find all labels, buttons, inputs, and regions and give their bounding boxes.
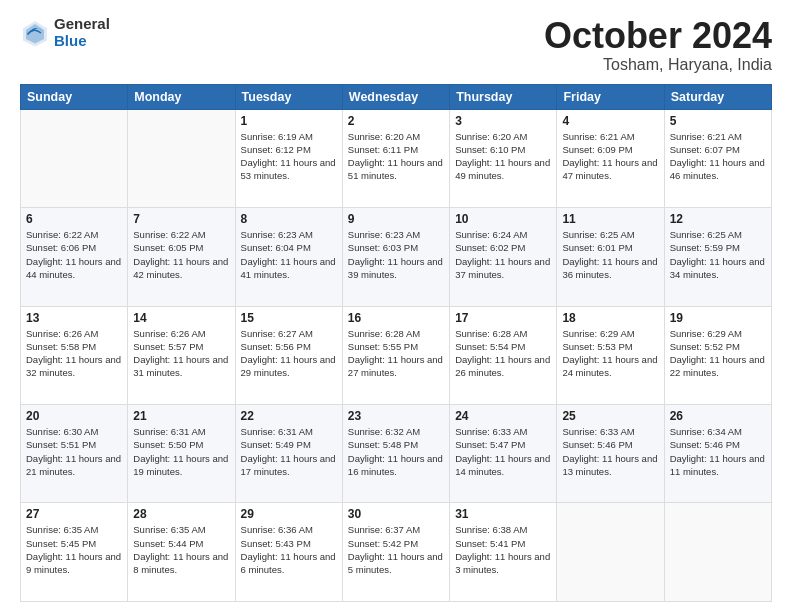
title-block: October 2024 Tosham, Haryana, India <box>544 16 772 74</box>
calendar-cell <box>21 109 128 207</box>
day-info: Sunrise: 6:25 AM Sunset: 6:01 PM Dayligh… <box>562 228 658 281</box>
day-number: 8 <box>241 212 337 226</box>
calendar-cell: 24Sunrise: 6:33 AM Sunset: 5:47 PM Dayli… <box>450 405 557 503</box>
calendar-cell: 4Sunrise: 6:21 AM Sunset: 6:09 PM Daylig… <box>557 109 664 207</box>
title-month: October 2024 <box>544 16 772 56</box>
calendar-cell: 15Sunrise: 6:27 AM Sunset: 5:56 PM Dayli… <box>235 306 342 404</box>
day-info: Sunrise: 6:36 AM Sunset: 5:43 PM Dayligh… <box>241 523 337 576</box>
day-info: Sunrise: 6:30 AM Sunset: 5:51 PM Dayligh… <box>26 425 122 478</box>
week-row-3: 13Sunrise: 6:26 AM Sunset: 5:58 PM Dayli… <box>21 306 772 404</box>
calendar-cell: 19Sunrise: 6:29 AM Sunset: 5:52 PM Dayli… <box>664 306 771 404</box>
col-saturday: Saturday <box>664 84 771 109</box>
col-monday: Monday <box>128 84 235 109</box>
calendar-cell <box>128 109 235 207</box>
calendar-cell: 23Sunrise: 6:32 AM Sunset: 5:48 PM Dayli… <box>342 405 449 503</box>
col-thursday: Thursday <box>450 84 557 109</box>
day-info: Sunrise: 6:25 AM Sunset: 5:59 PM Dayligh… <box>670 228 766 281</box>
day-info: Sunrise: 6:24 AM Sunset: 6:02 PM Dayligh… <box>455 228 551 281</box>
day-number: 4 <box>562 114 658 128</box>
day-info: Sunrise: 6:23 AM Sunset: 6:04 PM Dayligh… <box>241 228 337 281</box>
day-info: Sunrise: 6:31 AM Sunset: 5:50 PM Dayligh… <box>133 425 229 478</box>
day-info: Sunrise: 6:29 AM Sunset: 5:53 PM Dayligh… <box>562 327 658 380</box>
day-number: 14 <box>133 311 229 325</box>
day-number: 2 <box>348 114 444 128</box>
day-info: Sunrise: 6:23 AM Sunset: 6:03 PM Dayligh… <box>348 228 444 281</box>
day-number: 12 <box>670 212 766 226</box>
day-info: Sunrise: 6:28 AM Sunset: 5:54 PM Dayligh… <box>455 327 551 380</box>
day-info: Sunrise: 6:22 AM Sunset: 6:05 PM Dayligh… <box>133 228 229 281</box>
day-info: Sunrise: 6:20 AM Sunset: 6:10 PM Dayligh… <box>455 130 551 183</box>
calendar-cell: 8Sunrise: 6:23 AM Sunset: 6:04 PM Daylig… <box>235 208 342 306</box>
col-wednesday: Wednesday <box>342 84 449 109</box>
day-number: 11 <box>562 212 658 226</box>
page: General Blue October 2024 Tosham, Haryan… <box>0 0 792 612</box>
day-info: Sunrise: 6:28 AM Sunset: 5:55 PM Dayligh… <box>348 327 444 380</box>
day-number: 24 <box>455 409 551 423</box>
day-number: 19 <box>670 311 766 325</box>
week-row-1: 1Sunrise: 6:19 AM Sunset: 6:12 PM Daylig… <box>21 109 772 207</box>
week-row-5: 27Sunrise: 6:35 AM Sunset: 5:45 PM Dayli… <box>21 503 772 602</box>
calendar-cell: 17Sunrise: 6:28 AM Sunset: 5:54 PM Dayli… <box>450 306 557 404</box>
calendar-cell: 27Sunrise: 6:35 AM Sunset: 5:45 PM Dayli… <box>21 503 128 602</box>
calendar-cell: 31Sunrise: 6:38 AM Sunset: 5:41 PM Dayli… <box>450 503 557 602</box>
col-sunday: Sunday <box>21 84 128 109</box>
day-number: 9 <box>348 212 444 226</box>
day-number: 1 <box>241 114 337 128</box>
calendar-cell: 14Sunrise: 6:26 AM Sunset: 5:57 PM Dayli… <box>128 306 235 404</box>
day-info: Sunrise: 6:32 AM Sunset: 5:48 PM Dayligh… <box>348 425 444 478</box>
day-info: Sunrise: 6:26 AM Sunset: 5:58 PM Dayligh… <box>26 327 122 380</box>
day-number: 10 <box>455 212 551 226</box>
day-number: 20 <box>26 409 122 423</box>
calendar-cell: 30Sunrise: 6:37 AM Sunset: 5:42 PM Dayli… <box>342 503 449 602</box>
day-info: Sunrise: 6:19 AM Sunset: 6:12 PM Dayligh… <box>241 130 337 183</box>
day-number: 16 <box>348 311 444 325</box>
calendar-cell: 20Sunrise: 6:30 AM Sunset: 5:51 PM Dayli… <box>21 405 128 503</box>
calendar-cell: 21Sunrise: 6:31 AM Sunset: 5:50 PM Dayli… <box>128 405 235 503</box>
calendar-cell: 7Sunrise: 6:22 AM Sunset: 6:05 PM Daylig… <box>128 208 235 306</box>
calendar-cell: 28Sunrise: 6:35 AM Sunset: 5:44 PM Dayli… <box>128 503 235 602</box>
day-info: Sunrise: 6:21 AM Sunset: 6:09 PM Dayligh… <box>562 130 658 183</box>
day-info: Sunrise: 6:34 AM Sunset: 5:46 PM Dayligh… <box>670 425 766 478</box>
logo-icon <box>20 18 50 48</box>
calendar-cell: 6Sunrise: 6:22 AM Sunset: 6:06 PM Daylig… <box>21 208 128 306</box>
calendar-cell: 1Sunrise: 6:19 AM Sunset: 6:12 PM Daylig… <box>235 109 342 207</box>
day-number: 6 <box>26 212 122 226</box>
day-info: Sunrise: 6:22 AM Sunset: 6:06 PM Dayligh… <box>26 228 122 281</box>
calendar-cell: 2Sunrise: 6:20 AM Sunset: 6:11 PM Daylig… <box>342 109 449 207</box>
day-number: 31 <box>455 507 551 521</box>
day-number: 23 <box>348 409 444 423</box>
logo-text: General Blue <box>54 16 110 49</box>
title-location: Tosham, Haryana, India <box>544 56 772 74</box>
day-number: 28 <box>133 507 229 521</box>
logo-general: General <box>54 16 110 33</box>
week-row-4: 20Sunrise: 6:30 AM Sunset: 5:51 PM Dayli… <box>21 405 772 503</box>
logo: General Blue <box>20 16 110 49</box>
week-row-2: 6Sunrise: 6:22 AM Sunset: 6:06 PM Daylig… <box>21 208 772 306</box>
calendar-cell: 13Sunrise: 6:26 AM Sunset: 5:58 PM Dayli… <box>21 306 128 404</box>
day-number: 21 <box>133 409 229 423</box>
day-number: 30 <box>348 507 444 521</box>
calendar-cell <box>557 503 664 602</box>
calendar-cell <box>664 503 771 602</box>
day-info: Sunrise: 6:20 AM Sunset: 6:11 PM Dayligh… <box>348 130 444 183</box>
day-number: 29 <box>241 507 337 521</box>
col-friday: Friday <box>557 84 664 109</box>
day-info: Sunrise: 6:27 AM Sunset: 5:56 PM Dayligh… <box>241 327 337 380</box>
day-info: Sunrise: 6:29 AM Sunset: 5:52 PM Dayligh… <box>670 327 766 380</box>
day-info: Sunrise: 6:37 AM Sunset: 5:42 PM Dayligh… <box>348 523 444 576</box>
calendar-cell: 22Sunrise: 6:31 AM Sunset: 5:49 PM Dayli… <box>235 405 342 503</box>
header: General Blue October 2024 Tosham, Haryan… <box>20 16 772 74</box>
calendar-cell: 18Sunrise: 6:29 AM Sunset: 5:53 PM Dayli… <box>557 306 664 404</box>
calendar-cell: 5Sunrise: 6:21 AM Sunset: 6:07 PM Daylig… <box>664 109 771 207</box>
col-tuesday: Tuesday <box>235 84 342 109</box>
day-number: 5 <box>670 114 766 128</box>
calendar-cell: 26Sunrise: 6:34 AM Sunset: 5:46 PM Dayli… <box>664 405 771 503</box>
day-number: 26 <box>670 409 766 423</box>
calendar-cell: 11Sunrise: 6:25 AM Sunset: 6:01 PM Dayli… <box>557 208 664 306</box>
day-info: Sunrise: 6:33 AM Sunset: 5:46 PM Dayligh… <box>562 425 658 478</box>
day-number: 22 <box>241 409 337 423</box>
day-number: 3 <box>455 114 551 128</box>
calendar-cell: 10Sunrise: 6:24 AM Sunset: 6:02 PM Dayli… <box>450 208 557 306</box>
day-info: Sunrise: 6:38 AM Sunset: 5:41 PM Dayligh… <box>455 523 551 576</box>
day-number: 27 <box>26 507 122 521</box>
